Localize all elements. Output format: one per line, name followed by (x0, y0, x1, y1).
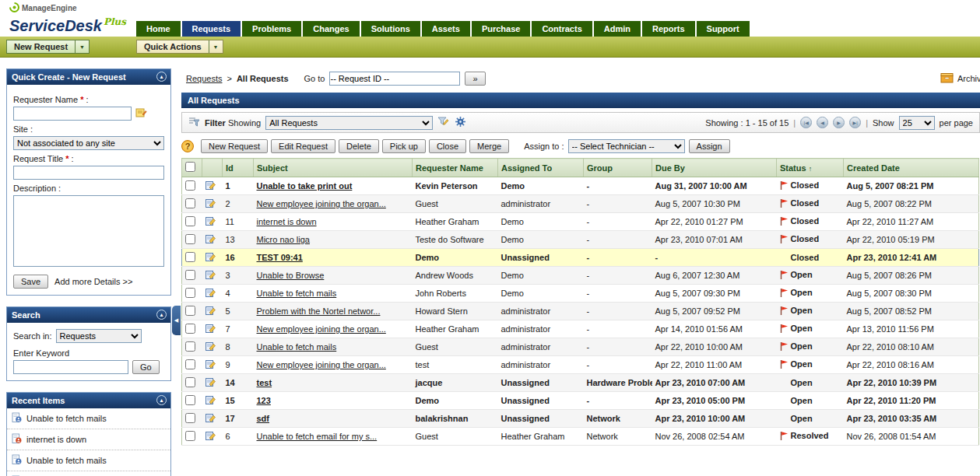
row-select-checkbox[interactable] (185, 395, 195, 405)
row-select-checkbox[interactable] (185, 270, 195, 280)
save-button[interactable]: Save (13, 275, 48, 289)
row-select-checkbox[interactable] (185, 431, 195, 441)
edit-request-icon[interactable] (205, 380, 216, 389)
due-column-header[interactable]: Due By (652, 159, 777, 177)
close-button[interactable]: Close (429, 139, 466, 153)
tab-admin[interactable]: Admin (594, 21, 641, 37)
row-select-checkbox[interactable] (185, 377, 195, 387)
request-subject-link[interactable]: New employee joining the organ... (257, 324, 386, 334)
tab-assets[interactable]: Assets (422, 21, 470, 37)
edit-request-icon[interactable] (205, 362, 216, 371)
edit-filter-icon[interactable] (437, 117, 450, 128)
collapse-panel-icon[interactable]: ▴ (156, 310, 167, 320)
recent-item[interactable]: Unable to fetch mails (7, 471, 170, 476)
quick-actions-menu-button[interactable]: Quick Actions ▼ (136, 40, 223, 54)
assigned-column-header[interactable]: Assigned To (498, 159, 584, 177)
tab-requests[interactable]: Requests (182, 21, 241, 37)
tab-reports[interactable]: Reports (642, 21, 695, 37)
next-page-icon[interactable]: ▶ (833, 117, 845, 128)
add-more-details-link[interactable]: Add more Details >> (54, 277, 132, 286)
tab-purchase[interactable]: Purchase (472, 21, 531, 37)
edit-request-icon[interactable] (205, 344, 216, 353)
first-page-icon[interactable]: |◀ (800, 117, 812, 128)
created-column-header[interactable]: Created Date (844, 159, 979, 177)
requester-picker-icon[interactable] (135, 107, 148, 120)
request-subject-link[interactable]: Problem with the Nortel networ... (257, 306, 381, 316)
page-size-select[interactable]: 25 (899, 116, 935, 130)
edit-request-icon[interactable] (205, 183, 216, 192)
edit-request-icon[interactable] (205, 254, 216, 264)
go-button[interactable]: Go (132, 360, 160, 374)
tab-solutions[interactable]: Solutions (361, 21, 420, 37)
last-page-icon[interactable]: ▶| (849, 117, 861, 128)
row-select-checkbox[interactable] (185, 324, 195, 334)
row-select-checkbox[interactable] (185, 234, 195, 244)
request-subject-link[interactable]: Unable to fetch email for my s... (257, 432, 378, 441)
filter-select[interactable]: All Requests (265, 116, 433, 130)
assign-button[interactable]: Assign (689, 139, 730, 153)
new-request-menu-button[interactable]: New Request ▼ (6, 40, 90, 54)
tab-problems[interactable]: Problems (242, 21, 301, 37)
tab-support[interactable]: Support (697, 21, 750, 37)
subject-column-header[interactable]: Subject (254, 159, 413, 177)
keyword-input[interactable] (13, 360, 128, 374)
row-select-checkbox[interactable] (185, 180, 195, 191)
request-subject-link[interactable]: Micro nao liga (257, 235, 310, 244)
description-textarea[interactable] (13, 195, 164, 267)
technician-select[interactable]: -- Select Technician -- (568, 139, 685, 153)
row-select-checkbox[interactable] (185, 288, 195, 298)
request-subject-link[interactable]: sdf (257, 414, 270, 423)
goto-request-id-input[interactable] (329, 72, 460, 86)
edit-request-icon[interactable] (205, 272, 216, 282)
archived-requests-link[interactable]: Archived Requests (940, 72, 980, 85)
breadcrumb-requests-link[interactable]: Requests (186, 74, 222, 83)
request-subject-link[interactable]: TEST 09:41 (257, 253, 303, 262)
sidebar-collapse-handle[interactable]: ◀ (172, 306, 181, 335)
previous-page-icon[interactable]: ◀ (817, 117, 828, 128)
site-select[interactable]: Not associated to any site (13, 136, 164, 150)
request-subject-link[interactable]: test (257, 378, 272, 387)
tab-contracts[interactable]: Contracts (532, 21, 592, 37)
request-subject-link[interactable]: New employee joining the organ... (257, 199, 386, 208)
request-subject-link[interactable]: Unable to fetch mails (257, 289, 337, 298)
tab-home[interactable]: Home (136, 21, 181, 37)
select-all-checkbox[interactable] (185, 162, 195, 172)
filter-settings-gear-icon[interactable] (455, 116, 466, 129)
goto-button[interactable]: » (465, 72, 485, 86)
row-select-checkbox[interactable] (185, 341, 195, 352)
recent-item[interactable]: Unable to fetch mails (7, 408, 170, 429)
row-select-checkbox[interactable] (185, 252, 195, 262)
request-subject-link[interactable]: 123 (257, 396, 271, 405)
requester-column-header[interactable]: Requester Name (413, 159, 498, 177)
tab-changes[interactable]: Changes (303, 21, 359, 37)
status-column-header[interactable]: Status↑ (777, 159, 844, 177)
row-select-checkbox[interactable] (185, 359, 195, 369)
edit-request-icon[interactable] (205, 308, 216, 317)
request-subject-link[interactable]: internet is down (257, 217, 317, 226)
recent-item[interactable]: Unable to fetch mails (7, 450, 170, 471)
edit-request-icon[interactable] (205, 219, 216, 228)
delete-button[interactable]: Delete (339, 139, 379, 153)
row-select-checkbox[interactable] (185, 216, 195, 226)
collapse-panel-icon[interactable]: ▴ (156, 395, 167, 405)
edit-request-icon[interactable] (205, 201, 216, 210)
edit-request-icon[interactable] (205, 290, 216, 299)
requester-name-input[interactable] (13, 107, 132, 121)
help-icon[interactable]: ? (181, 140, 194, 152)
group-column-header[interactable]: Group (584, 159, 652, 177)
edit-request-button[interactable]: Edit Request (271, 139, 335, 153)
collapse-panel-icon[interactable]: ▴ (156, 72, 167, 82)
edit-request-icon[interactable] (205, 326, 216, 335)
edit-request-icon[interactable] (205, 415, 216, 425)
search-in-select[interactable]: Requests (56, 329, 142, 343)
edit-request-icon[interactable] (205, 236, 216, 246)
pick-up-button[interactable]: Pick up (382, 139, 426, 153)
request-subject-link[interactable]: Unable to Browse (257, 271, 325, 280)
row-select-checkbox[interactable] (185, 413, 195, 423)
request-subject-link[interactable]: Unable to take print out (257, 181, 353, 191)
edit-request-icon[interactable] (205, 397, 216, 407)
request-subject-link[interactable]: New employee joining the organ... (257, 360, 386, 369)
row-select-checkbox[interactable] (185, 198, 195, 208)
request-subject-link[interactable]: Unable to fetch mails (257, 342, 337, 352)
row-select-checkbox[interactable] (185, 306, 195, 316)
